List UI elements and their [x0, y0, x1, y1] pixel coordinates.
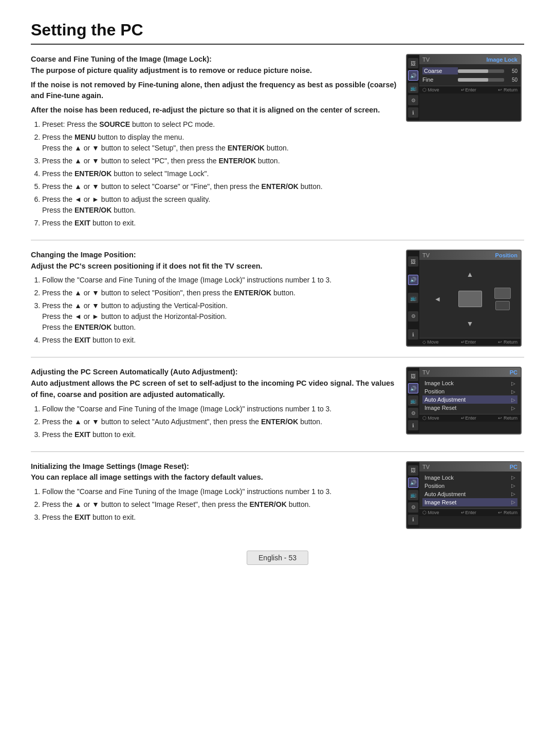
- steps-image-lock: Preset: Press the SOURCE button to selec…: [31, 119, 397, 229]
- auto-heading: Adjusting the PC Screen Automatically (A…: [31, 367, 397, 400]
- step-5: Press the ▲ or ▼ button to select "Coars…: [42, 181, 397, 192]
- steps-reset: Follow the "Coarse and Fine Tuning of th…: [31, 486, 397, 523]
- tv-screen-reset: 🖼 🔊 📺 ⚙ ℹ TV PC Image Lock▷: [406, 461, 522, 529]
- tv-screen-imagelock: 🖼 🔊 📺 ⚙ ℹ TV Image Lock Coarse: [406, 54, 522, 122]
- tv-title-4: PC: [510, 464, 517, 470]
- tv-label-4: TV: [422, 464, 430, 470]
- tv-footer-return-2: ↩ Return: [498, 339, 517, 345]
- tv-icon-selected-2: 🔊: [408, 275, 418, 285]
- tv-icon-picture-2: 🖼: [408, 256, 418, 267]
- step-3: Press the ▲ or ▼ button to select "PC", …: [42, 156, 397, 166]
- tv-label-2: TV: [422, 252, 430, 258]
- tv-title-3: PC: [510, 369, 517, 375]
- tv-screen-auto: 🖼 🔊 📺 ⚙ ℹ TV PC Image Lock▷: [406, 367, 522, 434]
- tv-icon-channel-2: 📺: [408, 293, 418, 303]
- pos-box-tr: [494, 288, 511, 299]
- pos-arrow-up: ▲: [467, 270, 474, 278]
- tv-title-2: Position: [495, 252, 517, 258]
- section-image-lock: Coarse and Fine Tuning of the Image (Ima…: [31, 54, 524, 240]
- tv-menu-reset-3: Image Reset▷: [422, 404, 517, 412]
- section-auto-text: Adjusting the PC Screen Automatically (A…: [31, 367, 406, 442]
- tv-icon-info-4: ℹ: [408, 515, 418, 525]
- pos-arrow-left: ◄: [434, 295, 441, 303]
- tv-footer-return-1: ↩ Return: [498, 87, 517, 92]
- tv-footer-enter-4: ↵Enter: [461, 510, 476, 515]
- steps-auto: Follow the "Coarse and Fine Tuning of th…: [31, 404, 397, 440]
- tv-label-3: TV: [422, 369, 430, 375]
- reset-step-2: Press the ▲ or ▼ button to select "Image…: [42, 499, 397, 510]
- tv-icon-info-3: ℹ: [408, 420, 418, 430]
- tv-menu-imagelock-4: Image Lock▷: [422, 474, 517, 482]
- tv-image-lock: 🖼 🔊 📺 ⚙ ℹ TV Image Lock Coarse: [406, 54, 524, 122]
- tv-footer-return-4: ↩ Return: [498, 510, 517, 515]
- step-7: Press the EXIT button to exit.: [42, 218, 397, 229]
- tv-position-grid: ▲ ◄ ▼: [419, 260, 521, 338]
- tv-footer-move-2: ◇ Move: [422, 339, 439, 345]
- step-2: Press the MENU button to display the men…: [42, 132, 397, 154]
- pos-step-2: Press the ▲ or ▼ button to select "Posit…: [42, 288, 397, 298]
- footer-bar: English - 53: [31, 551, 524, 565]
- intro-bold-1: Coarse and Fine Tuning of the Image (Ima…: [31, 54, 397, 77]
- section-auto-adjustment: Adjusting the PC Screen Automatically (A…: [31, 367, 524, 451]
- tv-menu-auto-3: Auto Adjustment▷: [422, 395, 517, 404]
- tv-footer-return-3: ↩ Return: [498, 415, 517, 421]
- tv-label-1: TV: [422, 56, 430, 63]
- tv-icon-setup-4: ⚙: [408, 502, 418, 513]
- pos-center-box: [458, 291, 482, 307]
- intro-bold-2: If the noise is not removed by Fine-tuni…: [31, 80, 397, 102]
- tv-icon-picture-3: 🖼: [408, 371, 418, 381]
- tv-icon-selected-3: 🔊: [408, 383, 418, 393]
- section-image-lock-text: Coarse and Fine Tuning of the Image (Ima…: [31, 54, 406, 231]
- tv-icon-channel-4: 📺: [408, 490, 418, 500]
- tv-icon-setup-3: ⚙: [408, 408, 418, 418]
- tv-icon-info-2: ℹ: [408, 329, 418, 339]
- pos-step-3: Press the ▲ or ▼ button to adjusting the…: [42, 300, 397, 333]
- tv-icon-picture-4: 🖼: [408, 465, 418, 476]
- pos-arrow-down: ▼: [467, 319, 474, 328]
- tv-image-auto: 🖼 🔊 📺 ⚙ ℹ TV PC Image Lock▷: [406, 367, 524, 434]
- tv-image-position: 🖼 🔊 📺 ⚙ ℹ TV Position ▲ ◄: [406, 250, 524, 347]
- tv-title-1: Image Lock: [486, 56, 517, 63]
- tv-footer-enter-3: ↵Enter: [461, 415, 476, 421]
- reset-step-3: Press the EXIT button to exit.: [42, 512, 397, 523]
- intro-bold-3: After the noise has been reduced, re-adj…: [31, 105, 397, 116]
- tv-icon-setup: ⚙: [408, 95, 418, 105]
- tv-icon-channel: 📺: [408, 83, 418, 93]
- step-4: Press the ENTER/OK button to select "Ima…: [42, 168, 397, 179]
- tv-icon-picture: 🖼: [408, 58, 418, 68]
- steps-position: Follow the "Coarse and Fine Tuning of th…: [31, 275, 397, 346]
- tv-icon-info: ℹ: [408, 107, 418, 118]
- tv-menu-auto-4: Auto Adjustment▷: [422, 490, 517, 498]
- tv-row-coarse: Coarse 50: [422, 66, 517, 75]
- tv-footer-enter-1: ↵Enter: [461, 87, 476, 92]
- tv-image-reset: 🖼 🔊 📺 ⚙ ℹ TV PC Image Lock▷: [406, 461, 524, 529]
- tv-footer-move-3: ⬡ Move: [422, 415, 439, 421]
- reset-step-1: Follow the "Coarse and Fine Tuning of th…: [42, 486, 397, 497]
- section-position-text: Changing the Image Position: Adjust the …: [31, 250, 406, 348]
- tv-menu-imagelock-3: Image Lock▷: [422, 379, 517, 387]
- tv-footer-move-1: ⬡ Move: [422, 87, 439, 92]
- step-1: Preset: Press the SOURCE button to selec…: [42, 119, 397, 130]
- tv-icon-channel-3: 📺: [408, 395, 418, 406]
- tv-menu-position-3: Position▷: [422, 387, 517, 395]
- section-image-reset: Initializing the Image Settings (Image R…: [31, 461, 524, 538]
- tv-footer-enter-2: ↵Enter: [461, 339, 476, 345]
- footer-badge: English - 53: [247, 551, 308, 565]
- position-heading: Changing the Image Position: Adjust the …: [31, 250, 397, 272]
- tv-icon-selected: 🔊: [408, 70, 418, 81]
- tv-screen-position: 🖼 🔊 📺 ⚙ ℹ TV Position ▲ ◄: [406, 250, 522, 347]
- tv-icon-selected-4: 🔊: [408, 478, 418, 488]
- tv-menu-reset-4: Image Reset▷: [422, 498, 517, 506]
- auto-step-3: Press the EXIT button to exit.: [42, 429, 397, 440]
- section-reset-text: Initializing the Image Settings (Image R…: [31, 461, 406, 525]
- pos-step-4: Press the EXIT button to exit.: [42, 335, 397, 346]
- tv-icon-setup-2: ⚙: [408, 311, 418, 322]
- tv-footer-move-4: ⬡ Move: [422, 510, 439, 515]
- auto-step-1: Follow the "Coarse and Fine Tuning of th…: [42, 404, 397, 414]
- section-position: Changing the Image Position: Adjust the …: [31, 250, 524, 358]
- reset-heading: Initializing the Image Settings (Image R…: [31, 461, 397, 484]
- pos-box-br: [495, 301, 510, 310]
- auto-step-2: Press the ▲ or ▼ button to select "Auto …: [42, 417, 397, 427]
- page-title: Setting the PC: [31, 21, 524, 45]
- tv-row-fine: Fine 50: [422, 75, 517, 84]
